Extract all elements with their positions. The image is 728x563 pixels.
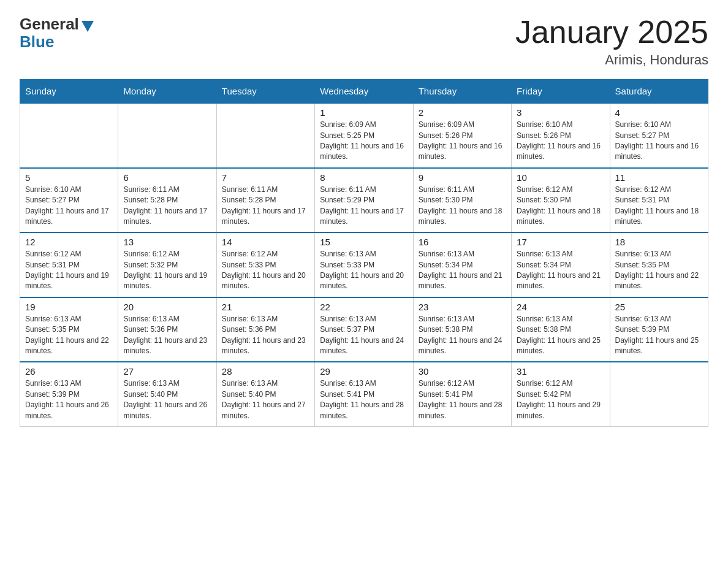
day-number: 18 — [615, 237, 703, 247]
day-info: Sunrise: 6:12 AM Sunset: 5:33 PM Dayligh… — [222, 249, 309, 292]
day-number: 3 — [517, 107, 604, 118]
day-number: 20 — [123, 302, 211, 312]
calendar-cell: 9Sunrise: 6:11 AM Sunset: 5:30 PM Daylig… — [413, 168, 511, 233]
day-number: 5 — [25, 172, 113, 183]
calendar-cell: 16Sunrise: 6:13 AM Sunset: 5:34 PM Dayli… — [413, 232, 511, 297]
calendar-cell: 5Sunrise: 6:10 AM Sunset: 5:27 PM Daylig… — [20, 168, 118, 233]
calendar-cell: 30Sunrise: 6:12 AM Sunset: 5:41 PM Dayli… — [413, 362, 511, 426]
day-info: Sunrise: 6:12 AM Sunset: 5:41 PM Dayligh… — [419, 378, 506, 421]
calendar-cell: 17Sunrise: 6:13 AM Sunset: 5:34 PM Dayli… — [512, 232, 610, 297]
day-number: 17 — [517, 237, 604, 247]
calendar-cell: 24Sunrise: 6:13 AM Sunset: 5:38 PM Dayli… — [512, 297, 610, 362]
day-info: Sunrise: 6:13 AM Sunset: 5:35 PM Dayligh… — [25, 314, 113, 357]
calendar-title: January 2025 — [515, 15, 708, 50]
calendar-header: Sunday Monday Tuesday Wednesday Thursday… — [20, 80, 708, 104]
calendar-cell: 15Sunrise: 6:13 AM Sunset: 5:33 PM Dayli… — [315, 232, 413, 297]
day-info: Sunrise: 6:13 AM Sunset: 5:40 PM Dayligh… — [222, 378, 309, 421]
day-number: 1 — [320, 107, 408, 118]
day-info: Sunrise: 6:13 AM Sunset: 5:34 PM Dayligh… — [517, 249, 604, 292]
day-number: 14 — [222, 237, 309, 247]
calendar-cell: 22Sunrise: 6:13 AM Sunset: 5:37 PM Dayli… — [315, 297, 413, 362]
week-row-5: 26Sunrise: 6:13 AM Sunset: 5:39 PM Dayli… — [20, 362, 708, 426]
logo: General Blue — [20, 15, 94, 52]
day-info: Sunrise: 6:13 AM Sunset: 5:39 PM Dayligh… — [615, 314, 703, 357]
day-number: 29 — [320, 366, 408, 377]
day-number: 19 — [25, 302, 113, 312]
week-row-2: 5Sunrise: 6:10 AM Sunset: 5:27 PM Daylig… — [20, 168, 708, 233]
day-info: Sunrise: 6:11 AM Sunset: 5:28 PM Dayligh… — [222, 185, 309, 228]
calendar-cell: 8Sunrise: 6:11 AM Sunset: 5:29 PM Daylig… — [315, 168, 413, 233]
day-number: 21 — [222, 302, 309, 312]
header-sunday: Sunday — [20, 80, 118, 104]
page-header: General Blue January 2025 Arimis, Hondur… — [20, 15, 708, 68]
header-thursday: Thursday — [413, 80, 511, 104]
day-number: 22 — [320, 302, 408, 312]
day-info: Sunrise: 6:12 AM Sunset: 5:32 PM Dayligh… — [123, 249, 211, 292]
calendar-table: Sunday Monday Tuesday Wednesday Thursday… — [20, 79, 708, 427]
calendar-cell: 19Sunrise: 6:13 AM Sunset: 5:35 PM Dayli… — [20, 297, 118, 362]
week-row-4: 19Sunrise: 6:13 AM Sunset: 5:35 PM Dayli… — [20, 297, 708, 362]
calendar-cell: 3Sunrise: 6:10 AM Sunset: 5:26 PM Daylig… — [512, 103, 610, 168]
day-number: 25 — [615, 302, 703, 312]
day-info: Sunrise: 6:13 AM Sunset: 5:38 PM Dayligh… — [517, 314, 604, 357]
header-tuesday: Tuesday — [216, 80, 314, 104]
calendar-cell — [216, 103, 314, 168]
day-info: Sunrise: 6:13 AM Sunset: 5:40 PM Dayligh… — [123, 378, 211, 421]
day-info: Sunrise: 6:11 AM Sunset: 5:29 PM Dayligh… — [320, 185, 408, 228]
calendar-cell: 10Sunrise: 6:12 AM Sunset: 5:30 PM Dayli… — [512, 168, 610, 233]
day-info: Sunrise: 6:10 AM Sunset: 5:26 PM Dayligh… — [517, 120, 604, 163]
day-info: Sunrise: 6:13 AM Sunset: 5:36 PM Dayligh… — [123, 314, 211, 357]
calendar-body: 1Sunrise: 6:09 AM Sunset: 5:25 PM Daylig… — [20, 103, 708, 426]
calendar-cell: 1Sunrise: 6:09 AM Sunset: 5:25 PM Daylig… — [315, 103, 413, 168]
day-info: Sunrise: 6:13 AM Sunset: 5:41 PM Dayligh… — [320, 378, 408, 421]
day-number: 15 — [320, 237, 408, 247]
day-number: 7 — [222, 172, 309, 183]
day-info: Sunrise: 6:11 AM Sunset: 5:30 PM Dayligh… — [419, 185, 506, 228]
day-info: Sunrise: 6:13 AM Sunset: 5:34 PM Dayligh… — [419, 249, 506, 292]
day-number: 13 — [123, 237, 211, 247]
calendar-cell: 20Sunrise: 6:13 AM Sunset: 5:36 PM Dayli… — [118, 297, 216, 362]
calendar-cell: 11Sunrise: 6:12 AM Sunset: 5:31 PM Dayli… — [610, 168, 708, 233]
header-monday: Monday — [118, 80, 216, 104]
calendar-cell: 13Sunrise: 6:12 AM Sunset: 5:32 PM Dayli… — [118, 232, 216, 297]
day-number: 4 — [615, 107, 703, 118]
day-info: Sunrise: 6:12 AM Sunset: 5:42 PM Dayligh… — [517, 378, 604, 421]
calendar-cell: 31Sunrise: 6:12 AM Sunset: 5:42 PM Dayli… — [512, 362, 610, 426]
day-number: 10 — [517, 172, 604, 183]
day-number: 28 — [222, 366, 309, 377]
day-info: Sunrise: 6:10 AM Sunset: 5:27 PM Dayligh… — [25, 185, 113, 228]
day-number: 9 — [419, 172, 506, 183]
header-row: Sunday Monday Tuesday Wednesday Thursday… — [20, 80, 708, 104]
day-number: 16 — [419, 237, 506, 247]
day-info: Sunrise: 6:12 AM Sunset: 5:31 PM Dayligh… — [615, 185, 703, 228]
day-info: Sunrise: 6:13 AM Sunset: 5:38 PM Dayligh… — [419, 314, 506, 357]
week-row-3: 12Sunrise: 6:12 AM Sunset: 5:31 PM Dayli… — [20, 232, 708, 297]
calendar-cell: 26Sunrise: 6:13 AM Sunset: 5:39 PM Dayli… — [20, 362, 118, 426]
day-info: Sunrise: 6:13 AM Sunset: 5:33 PM Dayligh… — [320, 249, 408, 292]
calendar-cell: 2Sunrise: 6:09 AM Sunset: 5:26 PM Daylig… — [413, 103, 511, 168]
day-number: 11 — [615, 172, 703, 183]
logo-general-text: General — [20, 15, 79, 34]
header-friday: Friday — [512, 80, 610, 104]
header-wednesday: Wednesday — [315, 80, 413, 104]
day-info: Sunrise: 6:13 AM Sunset: 5:36 PM Dayligh… — [222, 314, 309, 357]
calendar-cell: 27Sunrise: 6:13 AM Sunset: 5:40 PM Dayli… — [118, 362, 216, 426]
day-info: Sunrise: 6:10 AM Sunset: 5:27 PM Dayligh… — [615, 120, 703, 163]
day-info: Sunrise: 6:09 AM Sunset: 5:26 PM Dayligh… — [419, 120, 506, 163]
week-row-1: 1Sunrise: 6:09 AM Sunset: 5:25 PM Daylig… — [20, 103, 708, 168]
calendar-cell: 25Sunrise: 6:13 AM Sunset: 5:39 PM Dayli… — [610, 297, 708, 362]
header-saturday: Saturday — [610, 80, 708, 104]
calendar-cell: 23Sunrise: 6:13 AM Sunset: 5:38 PM Dayli… — [413, 297, 511, 362]
day-number: 12 — [25, 237, 113, 247]
calendar-cell — [610, 362, 708, 426]
title-section: January 2025 Arimis, Honduras — [515, 15, 708, 68]
calendar-cell: 12Sunrise: 6:12 AM Sunset: 5:31 PM Dayli… — [20, 232, 118, 297]
day-number: 31 — [517, 366, 604, 377]
logo-blue-text: Blue — [20, 33, 54, 52]
calendar-cell: 7Sunrise: 6:11 AM Sunset: 5:28 PM Daylig… — [216, 168, 314, 233]
day-number: 27 — [123, 366, 211, 377]
day-info: Sunrise: 6:12 AM Sunset: 5:31 PM Dayligh… — [25, 249, 113, 292]
calendar-cell — [118, 103, 216, 168]
day-info: Sunrise: 6:13 AM Sunset: 5:35 PM Dayligh… — [615, 249, 703, 292]
calendar-cell: 28Sunrise: 6:13 AM Sunset: 5:40 PM Dayli… — [216, 362, 314, 426]
